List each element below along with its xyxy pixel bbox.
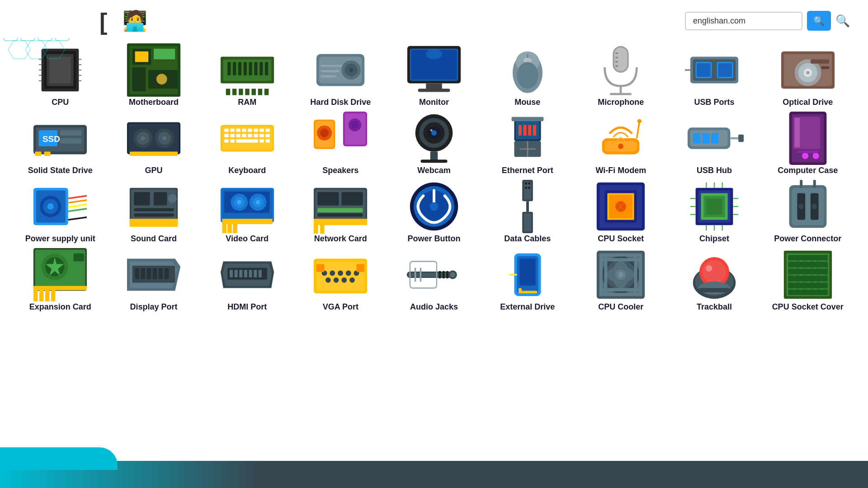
grid-item-solid-state-drive[interactable]: SSD Solid State Drive [14, 111, 107, 179]
search-button[interactable]: 🔍 [807, 11, 831, 31]
svg-rect-285 [135, 268, 139, 279]
svg-rect-358 [823, 255, 828, 294]
svg-point-152 [431, 130, 437, 136]
svg-rect-162 [511, 117, 543, 121]
video-card-label: Video Card [226, 234, 269, 244]
grid-item-cpu-socket-cover[interactable]: CPU Socket Cover [761, 247, 854, 315]
svg-rect-80 [616, 52, 618, 54]
grid-item-cpu-cooler[interactable]: CPU Cooler [574, 247, 668, 315]
svg-rect-277 [33, 290, 38, 301]
svg-rect-220 [342, 192, 363, 206]
grid-item-usb-hub[interactable]: USB Hub [668, 111, 761, 179]
svg-point-38 [156, 74, 167, 84]
grid-item-webcam[interactable]: Webcam [387, 111, 481, 179]
svg-point-335 [618, 272, 623, 277]
grid-item-data-cables[interactable]: Data Cables [481, 179, 574, 247]
grid-item-wifi-modem[interactable]: Wi-Fi Modem [574, 111, 668, 179]
svg-point-317 [450, 272, 455, 277]
network-card-icon [311, 182, 370, 231]
svg-point-209 [237, 200, 241, 204]
svg-rect-300 [258, 270, 261, 277]
svg-rect-363 [788, 283, 827, 288]
svg-rect-155 [420, 160, 447, 163]
svg-rect-175 [711, 133, 719, 144]
grid-item-network-card[interactable]: Network Card [294, 179, 387, 247]
grid-item-display-port[interactable]: Display Port [107, 247, 201, 315]
svg-rect-137 [239, 139, 258, 142]
grid-item-trackball[interactable]: Trackball [668, 247, 761, 315]
svg-line-193 [68, 209, 87, 211]
grid-item-keyboard[interactable]: Keyboard [200, 111, 294, 179]
grid-item-cpu-socket[interactable]: CPU Socket [574, 179, 668, 247]
speakers-label: Speakers [322, 166, 359, 175]
svg-rect-357 [816, 255, 821, 294]
svg-rect-222 [318, 213, 363, 216]
svg-rect-133 [265, 134, 269, 137]
grid-item-hdmi-port[interactable]: HDMI Port [200, 247, 294, 315]
svg-rect-103 [60, 130, 81, 136]
svg-rect-56 [265, 62, 268, 75]
svg-rect-49 [227, 62, 231, 75]
external-drive-icon [498, 250, 557, 300]
grid-item-power-connector[interactable]: Power Connector [761, 179, 854, 247]
svg-rect-36 [132, 67, 146, 91]
cpu-label: CPU [52, 98, 69, 107]
svg-rect-312 [316, 264, 325, 272]
svg-rect-354 [795, 255, 800, 294]
svg-rect-364 [788, 290, 827, 295]
svg-rect-268 [800, 180, 802, 188]
grid-item-motherboard[interactable]: Motherboard [107, 42, 201, 111]
svg-rect-125 [265, 129, 269, 132]
search-icon-large[interactable]: 🔍 [835, 14, 850, 28]
grid-item-hard-disk-drive[interactable]: Hard Disk Drive [294, 42, 387, 111]
grid-item-ethernet-port[interactable]: Ethernet Port [481, 111, 574, 179]
gpu-icon [124, 113, 183, 163]
svg-rect-89 [718, 63, 732, 77]
svg-rect-294 [230, 270, 233, 277]
usb-hub-icon [685, 113, 744, 163]
grid-item-external-drive[interactable]: External Drive [481, 247, 574, 315]
grid-item-power-button[interactable]: Power Button [387, 179, 481, 247]
grid-item-optical-drive[interactable]: Optical Drive [761, 42, 854, 111]
grid-item-mouse[interactable]: Mouse [481, 42, 574, 111]
svg-rect-87 [697, 63, 711, 77]
svg-line-194 [68, 213, 87, 216]
trackball-icon [685, 250, 744, 300]
grid-item-monitor[interactable]: Monitor [387, 42, 481, 111]
svg-rect-181 [794, 118, 800, 147]
grid-item-video-card[interactable]: Video Card [200, 179, 294, 247]
motherboard-icon [124, 45, 183, 95]
svg-rect-48 [264, 89, 268, 95]
svg-rect-42 [226, 89, 230, 95]
svg-rect-233 [528, 183, 530, 185]
svg-rect-45 [245, 89, 249, 95]
grid-item-chipset[interactable]: Chipset [668, 179, 761, 247]
microphone-label: Microphone [598, 98, 644, 107]
grid-item-sound-card[interactable]: Sound Card [107, 179, 201, 247]
grid-item-vga-port[interactable]: VGA Port [294, 247, 387, 315]
search-input[interactable] [685, 12, 802, 30]
grid-item-audio-jacks[interactable]: Audio Jacks [387, 247, 481, 315]
grid-item-power-supply[interactable]: Power supply unit [14, 179, 107, 247]
grid-item-microphone[interactable]: Microphone [574, 42, 668, 111]
svg-rect-130 [248, 134, 252, 137]
wifi-modem-label: Wi-Fi Modem [595, 166, 646, 175]
grid-item-computer-case[interactable]: Computer Case [761, 111, 854, 179]
grid-item-gpu[interactable]: GPU [107, 111, 201, 179]
title-area: [ 🧑‍💻 [99, 8, 147, 33]
svg-point-96 [806, 71, 809, 74]
grid-item-usb-ports[interactable]: USB Ports [668, 42, 761, 111]
svg-rect-269 [813, 180, 816, 188]
svg-point-308 [326, 277, 331, 283]
svg-line-192 [68, 204, 87, 207]
svg-rect-286 [141, 268, 145, 279]
svg-rect-83 [616, 65, 618, 67]
svg-rect-104 [60, 138, 81, 144]
sound-card-icon [124, 182, 183, 231]
svg-point-114 [162, 136, 166, 140]
person-icon: 🧑‍💻 [123, 9, 147, 33]
grid-item-ram[interactable]: RAM [200, 42, 294, 111]
grid-item-speakers[interactable]: Speakers [294, 111, 387, 179]
svg-rect-288 [153, 268, 157, 279]
grid-item-expansion-card[interactable]: Expansion Card [14, 247, 107, 315]
